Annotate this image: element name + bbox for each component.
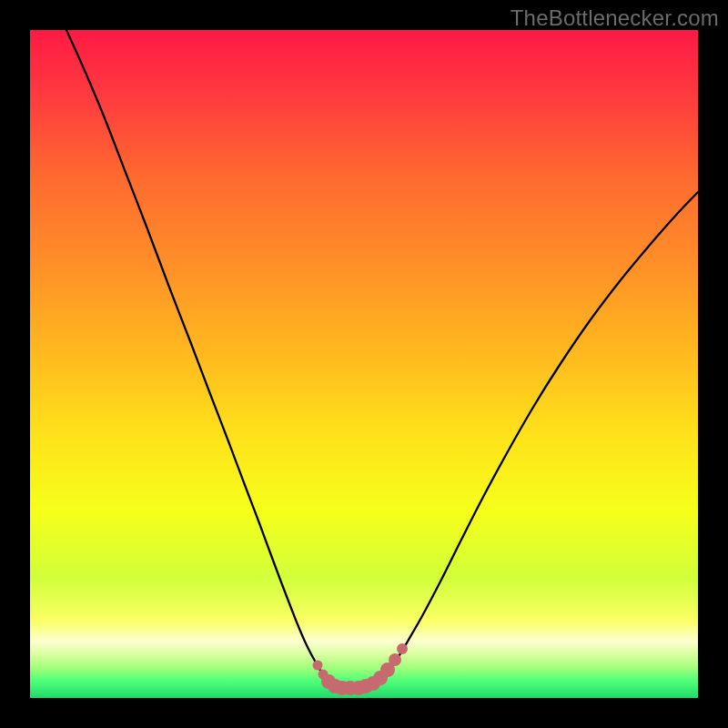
plot-area <box>30 30 698 698</box>
watermark-text: TheBottlenecker.com <box>511 5 719 31</box>
bottleneck-curve <box>66 30 698 688</box>
chart-frame: TheBottlenecker.com <box>0 0 728 728</box>
curve-layer <box>30 30 698 698</box>
trough-marker <box>389 653 401 666</box>
trough-marker <box>397 643 408 654</box>
trough-marker <box>313 661 323 671</box>
